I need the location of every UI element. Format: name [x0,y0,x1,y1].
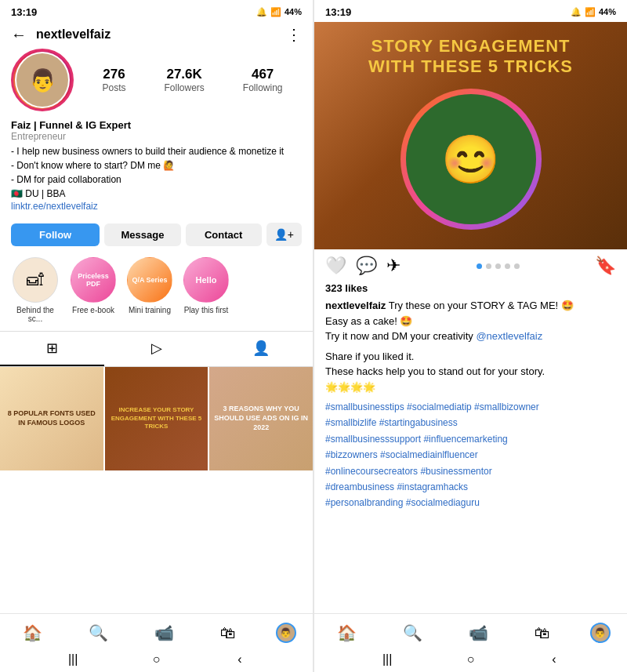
left-panel: 13:19 🔔 📶 44% ← nextlevelfaiz ⋮ 👨 276 Po… [0,0,313,672]
caption-mention[interactable]: @nextlevelfaiz [476,330,542,342]
android-back-right[interactable]: ||| [379,652,395,667]
highlight-label-3: Mini training [129,306,171,314]
nav-reels-right[interactable]: 📹 [462,620,495,645]
dot-2 [486,263,491,269]
contact-button[interactable]: Contact [186,223,262,246]
nav-avatar-left[interactable]: 👨 [276,623,296,643]
highlight-label-1: Behind the sc... [11,306,60,323]
like-button[interactable]: 🤍 [325,256,346,276]
following-stat[interactable]: 467 Following [243,67,283,93]
highlights-row: 🛋 Behind the sc... Priceless PDF Free e-… [0,254,313,331]
highlight-2[interactable]: Priceless PDF Free e-book [71,257,116,323]
post-person-circle: 😊 [400,89,542,230]
nav-shop-right[interactable]: 🛍 [528,621,556,645]
post-content: 323 likes nextlevelfaiz Try these on you… [314,282,627,511]
bio-category: Entrepreneur [11,131,302,142]
dot-5 [514,263,520,269]
bio-text: - I help new business owners to build th… [11,144,302,201]
profile-header: ← nextlevelfaiz ⋮ [0,22,313,49]
following-label: Following [243,82,283,93]
nav-shop-left[interactable]: 🛍 [214,621,242,645]
message-button[interactable]: Message [104,223,180,246]
share-button[interactable]: ✈ [386,256,400,276]
status-icons-right: 🔔 📶 44% [571,7,616,17]
status-bar-left: 13:19 🔔 📶 44% [0,0,313,22]
post-person: 😊 [406,94,536,224]
android-home-left[interactable]: ○ [148,652,164,667]
bio-link[interactable]: linktr.ee/nextlevelfaiz [11,201,302,212]
post-overlay-text: STORY ENGAGEMENT WITH THESE 5 TRICKS [314,36,627,78]
status-time-left: 13:19 [11,6,37,18]
tagged-icon: 👤 [252,340,270,357]
profile-username: nextlevelfaiz [36,27,280,42]
android-bar-right: ||| ○ ‹ [314,648,627,672]
caption-text: Try these on your STORY & TAG ME! 🤩 [389,300,574,311]
nav-home-right[interactable]: 🏠 [331,620,363,645]
nav-search-left[interactable]: 🔍 [82,620,114,645]
grid-post-1[interactable]: 8 POPULAR FONTS USED IN FAMOUS LOGOS [0,367,103,470]
follow-button[interactable]: Follow [11,223,100,246]
highlight-4[interactable]: Hello Play this first [183,257,229,323]
android-recent-left[interactable]: ‹ [232,652,248,667]
status-bar-right: 13:19 🔔 📶 44% [314,0,627,22]
followers-count: 27.6K [166,67,201,82]
avatar-wrapper: 👨 [11,49,74,111]
highlight-1[interactable]: 🛋 Behind the sc... [11,257,60,323]
highlight-label-2: Free e-book [72,306,114,314]
grid-icon: ⊞ [46,340,58,357]
grid-post-3[interactable]: 3 REASONS WHY YOU SHOULD USE ADS ON IG I… [209,367,313,470]
status-time-right: 13:19 [325,6,351,18]
tabs-row: ⊞ ▷ 👤 [0,331,313,367]
dot-1 [477,263,482,269]
notification-icon: 🔔 [256,7,267,17]
notification-icon-right: 🔔 [571,7,582,17]
nav-reels-left[interactable]: 📹 [148,620,180,645]
nav-home-left[interactable]: 🏠 [16,620,49,645]
battery-text: 44% [285,7,302,16]
posts-label: Posts [102,82,125,93]
signal-icon-right: 📶 [585,7,596,17]
back-button[interactable]: ← [11,26,27,44]
posts-count: 276 [103,67,125,82]
followers-stat[interactable]: 27.6K Followers [164,67,204,93]
bottom-nav-left: 🏠 🔍 📹 🛍 👨 [0,613,313,648]
post-actions-row: 🤍 💬 ✈ 🔖 [314,249,627,282]
add-person-button[interactable]: 👤+ [266,223,302,246]
tab-reels[interactable]: ▷ [104,332,208,366]
post-caption: nextlevelfaiz Try these on your STORY & … [325,298,616,344]
highlight-label-4: Play this first [184,306,229,314]
post-hashtags: #smallbusinesstips #socialmediatip #smal… [325,399,616,511]
android-recent-right[interactable]: ‹ [546,652,562,667]
right-panel: 13:19 🔔 📶 44% STORY ENGAGEMENT WITH THES… [314,0,627,672]
android-home-right[interactable]: ○ [462,652,478,667]
highlight-circle-1: 🛋 [13,257,58,303]
comment-button[interactable]: 💬 [356,256,377,276]
reels-icon: ▷ [151,340,162,357]
battery-right: 44% [599,7,616,16]
bookmark-button[interactable]: 🔖 [595,256,616,276]
android-bar-left: ||| ○ ‹ [0,648,313,672]
more-options-button[interactable]: ⋮ [286,25,302,44]
dot-4 [505,263,510,269]
posts-stat: 276 Posts [102,67,125,93]
post-likes: 323 likes [325,282,616,294]
posts-grid: 8 POPULAR FONTS USED IN FAMOUS LOGOS INC… [0,367,313,613]
stats-row: 276 Posts 27.6K Followers 467 Following [83,67,302,93]
nav-avatar-right[interactable]: 👨 [590,623,611,643]
bio-name: Faiz | Funnel & IG Expert [11,119,302,131]
highlight-circle-2: Priceless PDF [71,257,116,303]
action-buttons: Follow Message Contact 👤+ [0,218,313,254]
followers-label: Followers [164,82,204,93]
signal-icon: 📶 [270,7,281,17]
highlight-circle-3: Q/A Series [127,257,172,303]
carousel-dots [410,263,585,269]
bottom-nav-right: 🏠 🔍 📹 🛍 👨 [314,613,627,648]
post-image: STORY ENGAGEMENT WITH THESE 5 TRICKS 😊 [314,22,627,249]
tab-tagged[interactable]: 👤 [208,332,313,366]
nav-search-right[interactable]: 🔍 [397,620,429,645]
caption-username[interactable]: nextlevelfaiz [325,300,386,311]
android-back-left[interactable]: ||| [65,652,81,667]
grid-post-2[interactable]: INCREASE YOUR STORY ENGAGEMENT WITH THES… [105,367,208,470]
highlight-3[interactable]: Q/A Series Mini training [127,257,172,323]
tab-grid[interactable]: ⊞ [0,332,104,366]
